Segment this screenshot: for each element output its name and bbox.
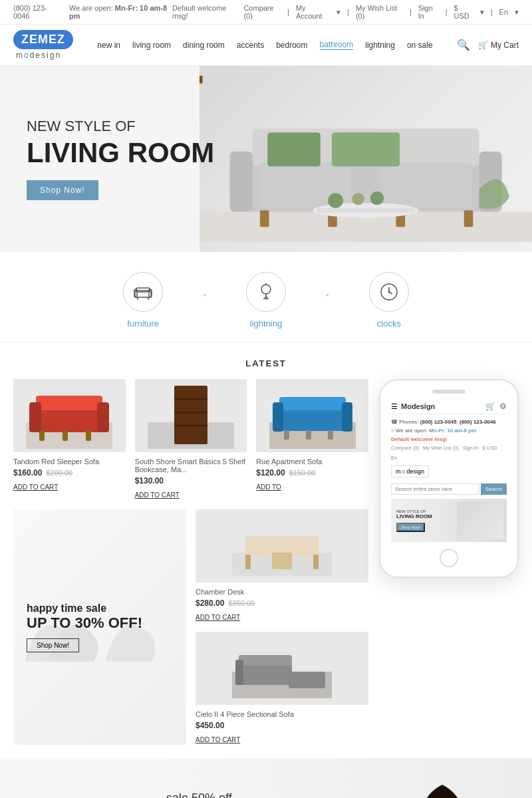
svg-point-25 [261, 285, 271, 294]
svg-rect-6 [381, 163, 471, 208]
category-furniture[interactable]: furniture [123, 272, 163, 329]
search-icon[interactable]: 🔍 [457, 39, 470, 51]
hero-subtitle: NEW STYLE OF [27, 118, 214, 135]
product-prices-3: $120.00 $150.00 [256, 468, 368, 477]
top-bar: (800) 123-0046 We are open: Mn-Fr: 10 am… [0, 0, 532, 25]
phone-meta: Compare (0) My Wish List (0) Sign In $ U… [391, 445, 507, 461]
signin-link[interactable]: Sign In [418, 4, 439, 20]
sale-tag: happy time sale [27, 602, 173, 614]
lang-selector[interactable]: En [499, 8, 508, 16]
svg-rect-20 [136, 288, 150, 292]
phone-number: (800) 123-0046 [13, 4, 60, 20]
hero-cta-button[interactable]: Shop Now! [27, 180, 98, 200]
product-name-4: Chamber Desk [196, 588, 368, 596]
nav-lightning[interactable]: lightning [365, 41, 395, 50]
product-image-4 [196, 509, 368, 583]
bottom-chair-illustration [392, 765, 492, 798]
svg-rect-49 [279, 397, 346, 410]
phone-logo-area: modesign [391, 466, 429, 477]
svg-point-18 [370, 192, 384, 205]
add-to-cart-5[interactable]: ADD TO CART [196, 736, 240, 743]
svg-rect-8 [332, 132, 400, 166]
svg-rect-51 [342, 402, 352, 432]
product-image-1 [13, 379, 126, 452]
header-actions: 🔍 🛒 My Cart [457, 39, 519, 51]
sale-cta-button[interactable]: Shop Now! [27, 638, 79, 652]
currency-selector[interactable]: $ USD [454, 4, 473, 20]
price-new-3: $120.00 [256, 468, 285, 477]
lightning-label: lightning [250, 319, 282, 329]
product-name-1: Tandom Red Sleeper Sofa [13, 458, 126, 466]
product-image-3 [256, 379, 368, 452]
category-clocks[interactable]: clocks [369, 272, 409, 329]
svg-rect-36 [36, 396, 102, 410]
phone-search-button[interactable]: Search [481, 483, 507, 495]
add-to-cart-2[interactable]: ADD TO CART [135, 491, 180, 499]
svg-rect-58 [313, 555, 319, 569]
add-to-cart-1[interactable]: ADD TO CART [13, 483, 58, 491]
svg-point-33 [388, 291, 390, 293]
nav-new-in[interactable]: new in [97, 41, 120, 50]
lower-product-stack: Chamber Desk $280.00 $350.00 ADD TO CART [196, 509, 368, 745]
product-card-3: Rue Apartment Sofa $120.00 $150.00 ADD T… [256, 379, 368, 500]
product-prices-5: $450.00 [196, 721, 368, 730]
bottom-products-grid: happy time sale UP TO 30% OFF! Shop Now! [13, 509, 368, 745]
product-name-2: South Shore Smart Basics 5 Shelf Bookcas… [135, 458, 247, 473]
logo-badge: ZEMEZ [13, 30, 73, 49]
phone-hours-info: ○ We are open: Mn-Fr: 10 am-8 pm [391, 427, 507, 436]
logo[interactable]: ZEMEZ modesign [13, 30, 73, 60]
phone-number-1: (800) 123-0045 [420, 419, 457, 425]
product-name-3: Rue Apartment Sofa [256, 458, 368, 466]
nav-bathroom[interactable]: bathroom [320, 40, 354, 50]
product-image-5 [196, 632, 368, 705]
account-link[interactable]: My Account [296, 4, 330, 20]
phone-mockup: ☰ Modesign 🛒 ⚙ ☎ Phones: (800) 123-0045;… [379, 379, 519, 578]
svg-rect-37 [29, 402, 41, 432]
phone-welcome: Default welcome msg! [391, 436, 507, 444]
category-lightning[interactable]: lightning [246, 272, 286, 329]
phone-top-bar [387, 390, 511, 394]
nav-dining-room[interactable]: dining room [183, 41, 225, 50]
phone-header-icons: 🛒 ⚙ [485, 402, 507, 411]
price-new-5: $450.00 [196, 721, 224, 730]
svg-rect-54 [328, 430, 333, 440]
product-card-2: South Shore Smart Basics 5 Shelf Bookcas… [135, 379, 247, 500]
product-card-5: Cielo II 4 Piece Sectional Sofa $450.00 … [196, 632, 368, 745]
hero-banner: NEW STYLE OF LIVING ROOM Shop Now! [0, 66, 532, 252]
svg-rect-38 [97, 402, 109, 432]
logo-m: m [16, 51, 24, 60]
clocks-icon [369, 272, 409, 312]
hero-title: LIVING ROOM [27, 138, 214, 168]
add-to-cart-4[interactable]: ADD TO CART [196, 614, 240, 621]
compare-link[interactable]: Compare (0) [243, 4, 281, 20]
phone-hero-cta[interactable]: Shop Now! [396, 523, 425, 532]
phone-info: ☎ Phones: (800) 123-0045; (800) 123-0046… [387, 418, 511, 444]
cart-label: My Cart [491, 41, 519, 50]
price-old-1: $200.00 [46, 469, 72, 477]
wishlist-link[interactable]: My Wish List (0) [356, 4, 403, 20]
furniture-label: furniture [127, 319, 159, 329]
cart-button[interactable]: 🛒 My Cart [478, 41, 519, 50]
svg-rect-16 [200, 76, 203, 83]
product-prices-4: $280.00 $350.00 [196, 598, 368, 608]
bottom-sale-text: sale 50% off LIVING ROOM Shop Now! [166, 791, 352, 798]
welcome-msg: Default welcome msg! [172, 4, 237, 20]
nav-on-sale[interactable]: on sale [407, 41, 433, 50]
nav-living-room[interactable]: living room [132, 41, 171, 50]
products-column: Tandom Red Sleeper Sofa $160.00 $200.00 … [13, 379, 368, 745]
main-nav: new in living room dining room accents b… [97, 40, 432, 50]
phone-home-circle [440, 549, 458, 567]
nav-bedroom[interactable]: bedroom [276, 41, 307, 50]
svg-rect-63 [239, 655, 292, 666]
logo-sub: modesign [13, 51, 61, 60]
phone-search-input[interactable] [391, 483, 479, 495]
lightning-icon [246, 272, 286, 312]
cart-icon: 🛒 [478, 41, 488, 50]
svg-rect-50 [273, 402, 283, 432]
separator-2: ● [326, 292, 329, 298]
phone-notch [432, 390, 466, 394]
sale-big: UP TO 30% OFF! [27, 614, 173, 632]
svg-rect-53 [306, 430, 311, 440]
nav-accents[interactable]: accents [237, 41, 264, 50]
add-to-cart-3[interactable]: ADD TO [256, 483, 281, 491]
